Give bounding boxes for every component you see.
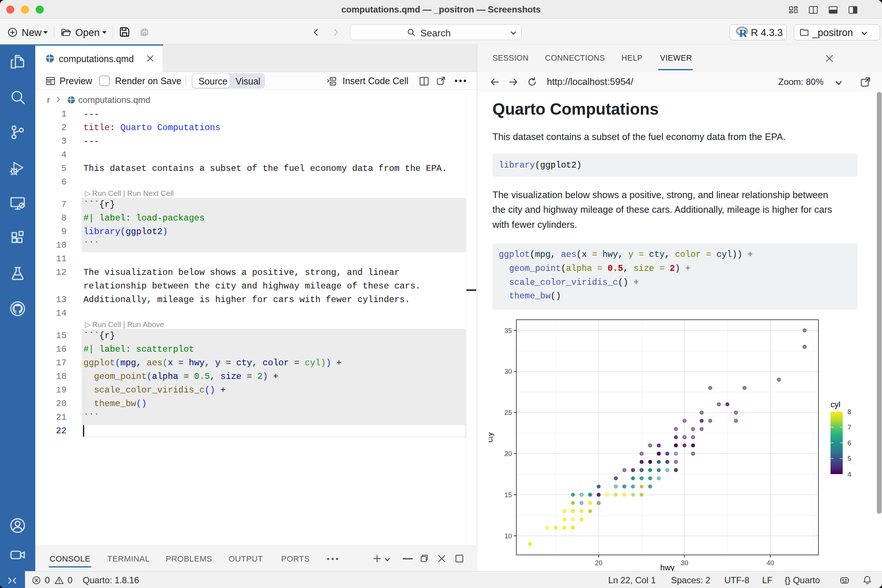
- svg-text:6: 6: [848, 439, 851, 447]
- svg-text:cty: cty: [489, 432, 494, 442]
- svg-text:15: 15: [504, 491, 512, 499]
- svg-text:25: 25: [504, 409, 512, 416]
- svg-text:10: 10: [504, 532, 512, 540]
- svg-text:7: 7: [848, 423, 851, 431]
- svg-text:30: 30: [504, 368, 512, 375]
- svg-text:5: 5: [848, 454, 851, 462]
- svg-text:hwy: hwy: [660, 563, 674, 571]
- svg-text:cyl: cyl: [831, 400, 840, 409]
- svg-text:20: 20: [595, 559, 603, 567]
- svg-text:40: 40: [766, 559, 774, 567]
- svg-text:8: 8: [848, 408, 851, 416]
- svg-text:R: R: [739, 27, 747, 39]
- svg-text:35: 35: [504, 327, 512, 334]
- svg-text:30: 30: [681, 559, 688, 567]
- svg-text:4: 4: [848, 470, 851, 478]
- svg-text:20: 20: [504, 450, 512, 458]
